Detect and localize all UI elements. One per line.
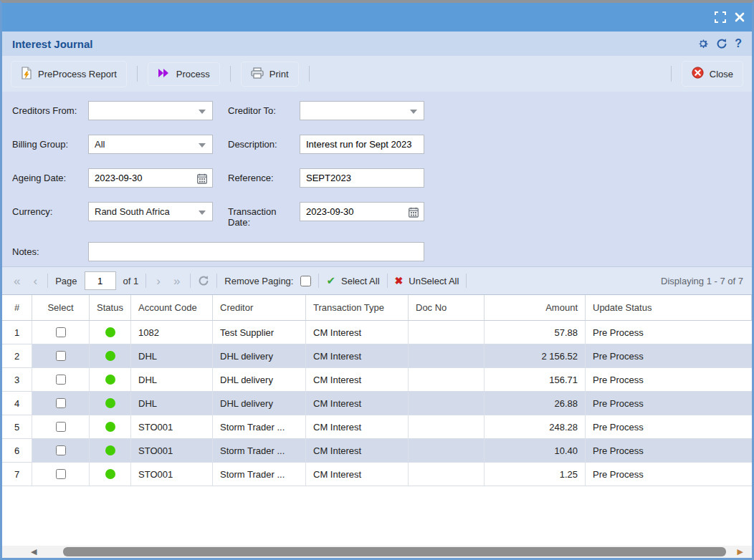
settings-gear-icon[interactable] (697, 38, 709, 49)
chevron-down-icon (199, 110, 206, 114)
cell-transaction_type: CM Interest (306, 415, 409, 439)
description-input[interactable] (306, 135, 418, 153)
row-checkbox[interactable] (56, 445, 66, 455)
column-header-doc-no[interactable]: Doc No (409, 295, 485, 320)
cell-creditor: DHL delivery (213, 392, 306, 415)
cell-creditor: Storm Trader ... (213, 415, 306, 439)
first-page-icon[interactable]: « (11, 275, 23, 287)
table-row[interactable]: 3DHLDHL deliveryCM Interest156.71Pre Pro… (2, 368, 752, 392)
row-checkbox[interactable] (56, 375, 66, 385)
billing-group-combo[interactable]: All (88, 135, 213, 154)
reference-input[interactable] (306, 169, 418, 187)
row-checkbox[interactable] (56, 327, 66, 337)
page-of-label: of 1 (123, 276, 139, 286)
ageing-date-input[interactable] (95, 169, 206, 187)
toolbar-separator (671, 66, 672, 82)
creditors-from-combo[interactable] (88, 101, 213, 120)
grid-refresh-icon[interactable] (198, 275, 209, 286)
row-select-cell (32, 321, 90, 344)
process-play-icon (158, 68, 171, 80)
calendar-icon[interactable] (197, 173, 207, 186)
cell-transaction_type: CM Interest (306, 344, 409, 368)
row-checkbox[interactable] (56, 351, 66, 361)
column-header-status[interactable]: Status (90, 295, 131, 320)
status-green-dot-icon (105, 351, 115, 361)
table-row[interactable]: 11082Test SupplierCM Interest57.88Pre Pr… (2, 321, 752, 344)
select-all-button[interactable]: ✔ Select All (326, 274, 379, 287)
notes-input[interactable] (95, 243, 418, 261)
cell-account_code: 1082 (131, 321, 213, 344)
refresh-icon[interactable] (716, 38, 727, 49)
row-checkbox[interactable] (56, 422, 66, 432)
row-select-cell (32, 439, 90, 463)
cell-doc_no (409, 463, 485, 486)
page-number-input[interactable] (85, 271, 116, 290)
creditors-from-label: Creditors From: (12, 101, 88, 116)
close-window-icon[interactable] (735, 12, 745, 22)
row-select-cell (32, 344, 90, 368)
column-header-amount[interactable]: Amount (485, 295, 586, 320)
row-select-cell (32, 415, 90, 439)
cell-amount: 248.28 (485, 415, 586, 439)
printer-icon (251, 67, 264, 81)
main-toolbar: PreProcess Report Process Print (2, 56, 752, 92)
notes-field[interactable] (88, 242, 424, 261)
print-button[interactable]: Print (241, 62, 299, 87)
transaction-date-field[interactable] (300, 202, 424, 221)
row-checkbox[interactable] (56, 469, 66, 479)
column-header-creditor[interactable]: Creditor (213, 295, 306, 320)
ageing-date-field[interactable] (88, 168, 213, 188)
last-page-icon[interactable]: » (171, 275, 183, 287)
close-button[interactable]: Close (682, 61, 743, 87)
cell-doc_no (409, 439, 485, 463)
help-icon[interactable]: ? (735, 38, 742, 49)
table-row[interactable]: 2DHLDHL deliveryCM Interest2 156.52Pre P… (2, 344, 752, 368)
row-checkbox[interactable] (56, 398, 66, 408)
creditor-to-combo[interactable] (300, 101, 424, 120)
next-page-icon[interactable]: › (153, 275, 163, 287)
previous-page-icon[interactable]: ‹ (30, 275, 40, 287)
red-x-icon: ✖ (395, 275, 404, 286)
row-status-cell (90, 392, 131, 415)
reference-field[interactable] (300, 168, 424, 188)
window-titlebar (2, 3, 752, 32)
remove-paging-label: Remove Paging: (224, 276, 293, 286)
scroll-left-icon[interactable]: ◀ (31, 547, 37, 556)
transaction-date-input[interactable] (306, 203, 418, 221)
cell-amount: 57.88 (485, 321, 586, 344)
cell-doc_no (409, 392, 485, 415)
cell-creditor: DHL delivery (213, 344, 306, 368)
cell-update_status: Pre Process (586, 392, 752, 415)
unselect-all-button[interactable]: ✖ UnSelect All (395, 275, 459, 286)
column-header-account-code[interactable]: Account Code (131, 295, 213, 320)
remove-paging-checkbox[interactable] (300, 276, 311, 286)
column-header-transaction-type[interactable]: Transaction Type (306, 295, 409, 320)
table-row[interactable]: 5STO001Storm Trader ...CM Interest248.28… (2, 415, 752, 439)
cell-transaction_type: CM Interest (306, 463, 409, 486)
horizontal-scrollbar[interactable]: ◀ ▶ (2, 546, 752, 558)
status-green-dot-icon (105, 375, 115, 385)
scrollbar-thumb[interactable] (63, 547, 726, 556)
column-header-select[interactable]: Select (32, 295, 90, 320)
column-header--[interactable]: # (2, 295, 32, 320)
column-header-update-status[interactable]: Update Status (586, 295, 752, 320)
calendar-icon[interactable] (409, 207, 419, 220)
row-status-cell (90, 415, 131, 439)
row-select-cell (32, 463, 90, 486)
scroll-right-icon[interactable]: ▶ (738, 547, 743, 556)
currency-combo[interactable]: Rand South Africa (88, 202, 213, 221)
table-row[interactable]: 7STO001Storm Trader ...CM Interest1.25Pr… (2, 463, 752, 486)
cell-update_status: Pre Process (586, 415, 752, 439)
maximize-icon[interactable] (715, 11, 726, 23)
table-row[interactable]: 6STO001Storm Trader ...CM Interest10.40P… (2, 439, 752, 463)
description-label: Description: (228, 135, 300, 150)
chevron-down-icon (199, 143, 206, 148)
cell-n: 1 (2, 321, 32, 344)
cell-update_status: Pre Process (586, 321, 752, 344)
preprocess-report-button[interactable]: PreProcess Report (11, 61, 127, 87)
table-row[interactable]: 4DHLDHL deliveryCM Interest26.88Pre Proc… (2, 392, 752, 415)
description-field[interactable] (300, 135, 424, 154)
page-title: Interest Journal (12, 38, 93, 50)
notes-label: Notes: (12, 242, 88, 257)
process-button[interactable]: Process (148, 62, 220, 86)
